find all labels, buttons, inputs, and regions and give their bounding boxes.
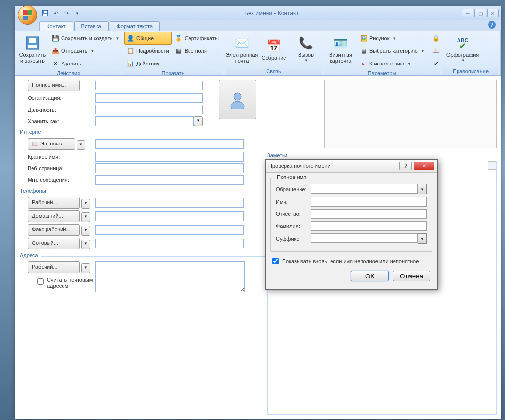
fileas-dropdown[interactable]: ▼: [194, 116, 203, 126]
lastname-label: Фамилия:: [276, 223, 311, 229]
contact-window: ↶ ↷ ▼ Без имени - Контакт ─ ▢ ✕ Контакт …: [15, 6, 501, 419]
lastname-input[interactable]: [311, 221, 427, 231]
call-button[interactable]: 📞Вызов▼: [290, 32, 321, 67]
tab-format[interactable]: Формат текста: [110, 21, 160, 31]
email-select-button[interactable]: 📖 Эл. почта...: [28, 138, 75, 150]
mailing-checkbox[interactable]: [37, 278, 44, 285]
categorize-button[interactable]: ▦Выбрать категорию▼: [357, 45, 427, 57]
webpage-input[interactable]: [95, 163, 244, 173]
save-and-new-button[interactable]: 💾Сохранить и создать▼: [49, 32, 122, 45]
email-button[interactable]: ✉️Электронная почта: [226, 32, 257, 67]
phone-mobile-button[interactable]: Сотовый...: [28, 238, 80, 249]
phone-fax-dropdown[interactable]: ▼: [81, 226, 90, 236]
delete-button[interactable]: ✕Удалить: [49, 57, 122, 70]
firstname-label: Имя:: [276, 199, 311, 205]
details-button[interactable]: 📋Подробности: [124, 45, 172, 57]
address-input[interactable]: [95, 261, 245, 292]
phone-mobile-dropdown[interactable]: ▼: [81, 240, 90, 249]
im-label: Мгн. сообщения:: [20, 177, 95, 183]
displayname-input[interactable]: [95, 152, 244, 162]
spelling-button[interactable]: ABC✔Орфография▼: [443, 32, 482, 67]
phone-work-dropdown[interactable]: ▼: [81, 199, 90, 209]
fileas-input[interactable]: [95, 116, 194, 126]
contact-photo-button[interactable]: [219, 80, 256, 119]
dialog-help-button[interactable]: ?: [399, 162, 412, 170]
window-title: Без имени - Контакт: [81, 10, 462, 16]
fullname-button[interactable]: Полное имя...: [28, 80, 80, 91]
all-fields-button[interactable]: ▦Все поля: [173, 45, 221, 57]
business-card-button[interactable]: 🪪Визитная карточка: [325, 32, 356, 67]
minimize-button[interactable]: ─: [462, 9, 473, 17]
general-button[interactable]: 👤Общие: [124, 32, 172, 45]
maximize-button[interactable]: ▢: [474, 9, 486, 17]
phone-work-button[interactable]: Рабочий...: [28, 197, 80, 209]
email-dropdown[interactable]: ▼: [77, 140, 85, 150]
spell-icon: ABC✔: [455, 35, 471, 51]
activities-icon: 📊: [126, 60, 134, 67]
phone-home-button[interactable]: Домашний...: [28, 210, 80, 222]
company-input[interactable]: [95, 93, 203, 103]
svg-rect-1: [43, 14, 47, 16]
meeting-icon: 📅: [266, 38, 282, 54]
dialog-ok-button[interactable]: ОК: [351, 271, 389, 281]
salutation-input[interactable]: [311, 184, 418, 194]
svg-rect-5: [29, 38, 36, 43]
firstname-input[interactable]: [311, 197, 427, 207]
phone-fax-button[interactable]: Факс рабочий...: [28, 224, 80, 236]
send-button[interactable]: 📤Отправить▼: [49, 45, 122, 57]
check-fullname-dialog: Проверка полного имени ? ✕ Полное имя Об…: [265, 159, 438, 290]
jobtitle-input[interactable]: [95, 105, 203, 114]
checknames-button[interactable]: ✔: [430, 57, 442, 70]
category-icon: ▦: [360, 47, 367, 55]
notes-expand-icon[interactable]: [488, 161, 496, 170]
tab-contact[interactable]: Контакт: [39, 21, 73, 31]
phone-home-input[interactable]: [95, 211, 244, 221]
quick-access-toolbar: ↶ ↷ ▼: [41, 9, 81, 17]
undo-icon[interactable]: ↶: [52, 9, 60, 17]
dialog-close-button[interactable]: ✕: [414, 162, 434, 170]
ribbon-tabs: Контакт Вставка Формат текста ?: [15, 20, 501, 31]
email-input[interactable]: [95, 139, 244, 149]
dialog-group-label: Полное имя: [275, 174, 308, 180]
save-and-close-button[interactable]: Сохранить и закрыть: [17, 32, 48, 67]
address-work-dropdown[interactable]: ▼: [81, 263, 90, 273]
phone-fax-input[interactable]: [95, 225, 244, 235]
dialog-cancel-button[interactable]: Отмена: [393, 271, 430, 281]
certificates-button[interactable]: 🏅Сертификаты: [173, 32, 221, 45]
business-card-preview[interactable]: [324, 80, 497, 148]
help-icon[interactable]: ?: [488, 21, 496, 29]
followup-button[interactable]: ▸К исполнению▼: [357, 57, 427, 70]
tab-insert[interactable]: Вставка: [74, 21, 109, 31]
phone-mobile-input[interactable]: [95, 239, 244, 248]
fullname-input[interactable]: [95, 81, 203, 90]
showagain-checkbox[interactable]: [272, 258, 279, 264]
office-button[interactable]: [18, 5, 37, 25]
save-icon[interactable]: [41, 9, 49, 17]
suffix-dropdown[interactable]: ▼: [418, 233, 427, 244]
contact-form: Полное имя... Организация: Должность: Хр…: [15, 75, 501, 419]
activities-button[interactable]: 📊Действия: [124, 57, 172, 70]
save-close-icon: [25, 35, 40, 51]
picture-button[interactable]: 🖼️Рисунок▼: [357, 32, 427, 45]
suffix-input[interactable]: [311, 233, 418, 243]
addressbook-button[interactable]: 📖: [430, 45, 442, 57]
private-button[interactable]: 🔒: [430, 32, 442, 45]
redo-icon[interactable]: ↷: [63, 9, 70, 17]
send-icon: 📤: [51, 47, 59, 55]
group-comm-label: Связь: [226, 68, 321, 75]
meeting-button[interactable]: 📅Собрание: [258, 32, 289, 67]
phone-work-input[interactable]: [95, 198, 244, 208]
dialog-title: Проверка полного имени: [268, 163, 397, 169]
address-work-button[interactable]: Рабочий...: [28, 261, 80, 273]
phone-home-dropdown[interactable]: ▼: [81, 212, 90, 222]
middlename-input[interactable]: [311, 209, 427, 219]
salutation-dropdown[interactable]: ▼: [418, 184, 427, 194]
save-new-icon: 💾: [51, 34, 59, 42]
group-proof-label: Правописание: [443, 68, 498, 75]
im-input[interactable]: [95, 175, 244, 185]
webpage-label: Веб-страница:: [20, 165, 95, 171]
ribbon: Сохранить и закрыть 💾Сохранить и создать…: [15, 31, 501, 75]
delete-icon: ✕: [51, 60, 59, 67]
qat-dropdown-icon[interactable]: ▼: [73, 9, 81, 17]
close-button[interactable]: ✕: [487, 9, 499, 17]
